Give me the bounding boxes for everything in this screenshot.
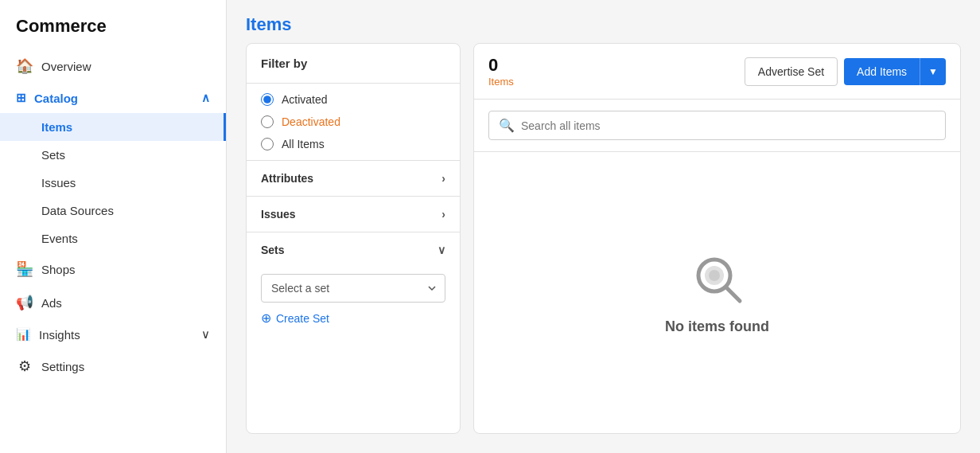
filter-panel: Filter by Activated Deactivated All Item… <box>246 43 461 434</box>
sidebar-item-overview[interactable]: 🏠 Overview <box>0 49 226 83</box>
no-items-icon <box>689 250 746 307</box>
items-count-label: Items <box>488 76 514 88</box>
sidebar-item-insights[interactable]: 📊 Insights ∨ <box>0 319 226 350</box>
sidebar-sub-item-events[interactable]: Events <box>0 225 226 252</box>
radio-all-input[interactable] <box>261 138 274 150</box>
filter-header: Filter by <box>247 44 460 84</box>
main-body: Filter by Activated Deactivated All Item… <box>227 43 980 453</box>
items-count-block: 0 Items <box>488 55 514 88</box>
svg-line-1 <box>726 287 740 301</box>
issues-section: Issues › <box>247 197 460 232</box>
sidebar-item-shops[interactable]: 🏪 Shops <box>0 252 226 286</box>
sidebar-sub-item-sets[interactable]: Sets <box>0 141 226 169</box>
radio-deactivated-label: Deactivated <box>282 115 340 128</box>
insights-icon: 📊 <box>16 327 31 342</box>
sets-content: Select a set ⊕ Create Set <box>247 268 460 337</box>
sidebar-settings-label: Settings <box>41 360 84 373</box>
search-bar-container: 🔍 <box>474 100 960 152</box>
dropdown-arrow-icon: ▼ <box>928 66 938 77</box>
settings-icon: ⚙ <box>16 357 33 375</box>
svg-point-3 <box>709 270 720 281</box>
add-items-button-group: Add Items ▼ <box>844 58 946 85</box>
filter-radio-group: Activated Deactivated All Items <box>247 84 460 161</box>
sidebar-catalog-label: Catalog <box>34 92 78 105</box>
radio-activated-label: Activated <box>282 93 328 106</box>
ads-icon: 📢 <box>16 294 33 311</box>
radio-all-label: All Items <box>282 138 325 150</box>
sidebar-sub-items-label: Items <box>41 120 72 134</box>
shops-icon: 🏪 <box>16 260 33 278</box>
grid-icon: ⊞ <box>16 91 26 105</box>
top-bar-actions: Advertise Set Add Items ▼ <box>745 57 946 86</box>
search-icon: 🔍 <box>499 118 515 133</box>
sidebar: Commerce 🏠 Overview ⊞ Catalog ∧ Items Se… <box>0 0 227 453</box>
no-items-area: No items found <box>474 152 960 433</box>
app-title: Commerce <box>0 13 226 49</box>
issues-chevron-icon: › <box>441 208 445 221</box>
issues-header[interactable]: Issues › <box>247 197 460 232</box>
content-panel: 0 Items Advertise Set Add Items ▼ 🔍 <box>473 43 961 434</box>
sidebar-sub-item-items[interactable]: Items <box>0 113 226 141</box>
items-count-number: 0 <box>488 55 514 76</box>
radio-all-items[interactable]: All Items <box>261 138 445 150</box>
attributes-header[interactable]: Attributes › <box>247 161 460 196</box>
sidebar-insights-label: Insights <box>39 328 80 342</box>
sidebar-sub-issues-label: Issues <box>41 176 76 189</box>
sidebar-item-catalog[interactable]: ⊞ Catalog ∧ <box>0 83 226 113</box>
select-set-dropdown[interactable]: Select a set <box>261 274 445 303</box>
home-icon: 🏠 <box>16 57 33 75</box>
radio-activated-input[interactable] <box>261 93 274 106</box>
add-items-dropdown-button[interactable]: ▼ <box>920 58 946 85</box>
sidebar-sub-events-label: Events <box>41 232 78 245</box>
attributes-label: Attributes <box>261 172 313 185</box>
sidebar-item-ads[interactable]: 📢 Ads <box>0 286 226 319</box>
radio-deactivated[interactable]: Deactivated <box>261 115 445 128</box>
sidebar-sub-item-data-sources[interactable]: Data Sources <box>0 197 226 225</box>
sidebar-shops-label: Shops <box>41 263 76 276</box>
radio-activated[interactable]: Activated <box>261 93 445 106</box>
attributes-section: Attributes › <box>247 161 460 197</box>
sidebar-item-settings[interactable]: ⚙ Settings <box>0 350 226 383</box>
no-items-text: No items found <box>665 318 769 335</box>
sidebar-sub-data-sources-label: Data Sources <box>41 204 114 217</box>
sets-label: Sets <box>261 244 285 256</box>
content-top-bar: 0 Items Advertise Set Add Items ▼ <box>474 44 960 100</box>
sidebar-sub-item-issues[interactable]: Issues <box>0 169 226 197</box>
chevron-down-icon: ∨ <box>201 327 210 342</box>
sidebar-ads-label: Ads <box>41 296 62 310</box>
create-set-link[interactable]: ⊕ Create Set <box>261 310 445 326</box>
search-bar: 🔍 <box>488 111 946 140</box>
sidebar-sub-sets-label: Sets <box>41 148 65 162</box>
advertise-set-button[interactable]: Advertise Set <box>745 57 838 86</box>
sets-header[interactable]: Sets ∨ <box>247 232 460 268</box>
issues-label: Issues <box>261 208 296 221</box>
radio-deactivated-input[interactable] <box>261 115 274 128</box>
chevron-up-icon: ∧ <box>201 91 210 105</box>
main-content: Items Filter by Activated Deactivated Al… <box>227 0 980 453</box>
create-set-label: Create Set <box>276 312 329 325</box>
page-header: Items <box>227 0 980 43</box>
sidebar-item-overview-label: Overview <box>41 60 91 73</box>
search-input[interactable] <box>521 119 935 132</box>
page-title: Items <box>246 14 961 35</box>
sets-chevron-icon: ∨ <box>438 244 445 256</box>
sets-section: Sets ∨ Select a set ⊕ Create Set <box>247 232 460 337</box>
add-items-button[interactable]: Add Items <box>844 58 920 85</box>
attributes-chevron-icon: › <box>441 172 445 185</box>
plus-circle-icon: ⊕ <box>261 310 271 326</box>
